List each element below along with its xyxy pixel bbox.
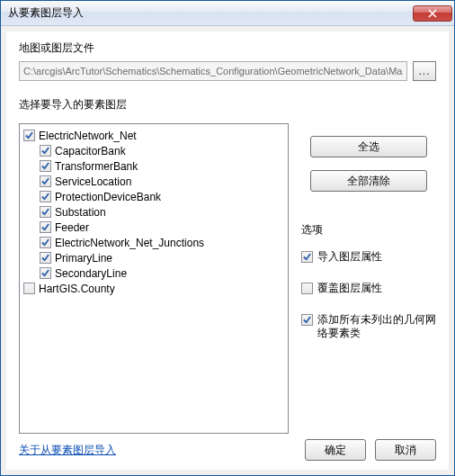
file-section-label: 地图或图层文件: [19, 40, 436, 56]
layer-checkbox[interactable]: [40, 206, 51, 218]
cancel-button[interactable]: 取消: [375, 439, 436, 461]
layer-tree-item[interactable]: Feeder: [23, 220, 284, 235]
layer-tree-item[interactable]: ServiceLocation: [23, 174, 284, 189]
layer-checkbox[interactable]: [40, 221, 51, 233]
option-checkbox[interactable]: [301, 283, 313, 294]
option-checkbox[interactable]: [301, 251, 313, 263]
layer-label: Substation: [55, 206, 106, 219]
layer-tree-item[interactable]: PrimaryLine: [23, 250, 284, 265]
window-title: 从要素图层导入: [8, 5, 413, 21]
layer-label: Feeder: [55, 221, 89, 234]
layer-checkbox[interactable]: [23, 283, 35, 294]
layers-section-label: 选择要导入的要素图层: [19, 97, 436, 112]
left-column: ElectricNetwork_NetCapacitorBankTransfor…: [19, 118, 289, 434]
file-row: C:\arcgis\ArcTutor\Schematics\Schematics…: [19, 61, 436, 81]
layer-label: PrimaryLine: [55, 252, 112, 265]
layer-label: ProtectionDeviceBank: [55, 191, 161, 203]
layer-label: ElectricNetwork_Net: [39, 130, 137, 142]
option-label: 覆盖图层属性: [317, 282, 436, 295]
dialog-window: 从要素图层导入 地图或图层文件 C:\arcgis\ArcTutor\Schem…: [0, 0, 455, 476]
option-row[interactable]: 导入图层属性: [301, 250, 436, 264]
dialog-footer: 关于从要素图层导入 确定 取消: [19, 434, 436, 461]
help-link[interactable]: 关于从要素图层导入: [19, 443, 296, 458]
option-label: 导入图层属性: [317, 250, 436, 264]
option-checkbox[interactable]: [301, 314, 313, 326]
option-row[interactable]: 添加所有未列出的几何网络要素类: [301, 313, 436, 340]
layer-tree-item[interactable]: ElectricNetwork_Net: [23, 128, 284, 143]
main-row: ElectricNetwork_NetCapacitorBankTransfor…: [19, 118, 436, 434]
close-button[interactable]: [413, 5, 452, 22]
select-all-button[interactable]: 全选: [310, 136, 427, 157]
ok-button[interactable]: 确定: [305, 439, 366, 461]
option-label: 添加所有未列出的几何网络要素类: [317, 313, 436, 340]
layer-label: HartGIS.County: [39, 283, 115, 295]
title-bar: 从要素图层导入: [1, 1, 454, 26]
options-group: 选项 导入图层属性覆盖图层属性添加所有未列出的几何网络要素类: [301, 222, 436, 358]
layer-tree-item[interactable]: Substation: [23, 204, 284, 220]
layer-checkbox[interactable]: [40, 267, 51, 279]
layer-label: SecondaryLine: [55, 267, 127, 280]
layer-checkbox[interactable]: [40, 160, 51, 172]
layer-tree[interactable]: ElectricNetwork_NetCapacitorBankTransfor…: [19, 123, 289, 434]
options-group-label: 选项: [301, 222, 436, 238]
layer-label: ServiceLocation: [55, 175, 131, 188]
layer-checkbox[interactable]: [40, 145, 51, 157]
layer-checkbox[interactable]: [23, 130, 35, 141]
layer-label: CapacitorBank: [55, 145, 126, 157]
layer-checkbox[interactable]: [40, 191, 51, 202]
close-icon: [428, 9, 437, 18]
dialog-body: 地图或图层文件 C:\arcgis\ArcTutor\Schematics\Sc…: [6, 31, 449, 470]
file-path-field[interactable]: C:\arcgis\ArcTutor\Schematics\Schematics…: [19, 61, 407, 81]
clear-all-button[interactable]: 全部清除: [310, 170, 427, 192]
option-row[interactable]: 覆盖图层属性: [301, 282, 436, 295]
layer-tree-item[interactable]: SecondaryLine: [23, 265, 284, 281]
layer-tree-item[interactable]: TransformerBank: [23, 158, 284, 174]
browse-button[interactable]: ...: [413, 61, 436, 81]
layer-tree-item[interactable]: HartGIS.County: [23, 281, 284, 296]
layer-tree-item[interactable]: CapacitorBank: [23, 143, 284, 158]
right-column: 全选 全部清除 选项 导入图层属性覆盖图层属性添加所有未列出的几何网络要素类: [301, 118, 436, 434]
layer-checkbox[interactable]: [40, 252, 51, 264]
layer-tree-item[interactable]: ElectricNetwork_Net_Junctions: [23, 235, 284, 250]
layer-checkbox[interactable]: [40, 237, 51, 248]
layer-checkbox[interactable]: [40, 175, 51, 187]
layer-label: ElectricNetwork_Net_Junctions: [55, 237, 204, 249]
layer-tree-item[interactable]: ProtectionDeviceBank: [23, 189, 284, 204]
layer-label: TransformerBank: [55, 160, 138, 173]
